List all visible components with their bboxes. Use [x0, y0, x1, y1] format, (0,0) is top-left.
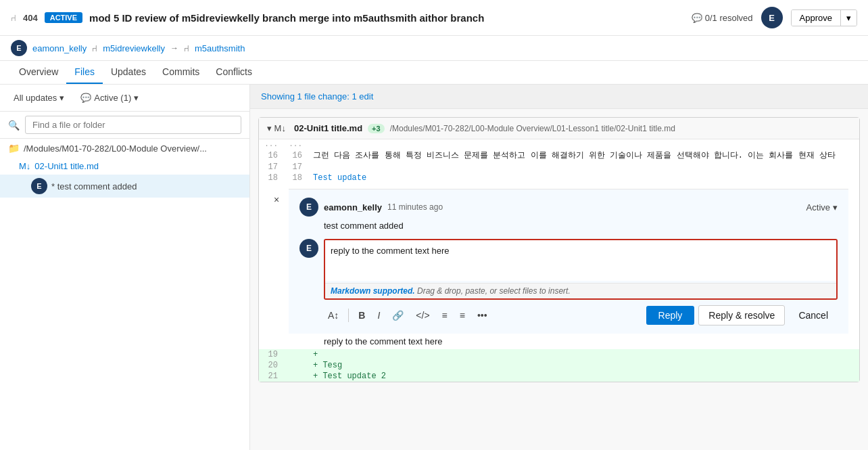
active-badge: ACTIVE [45, 12, 82, 23]
test-update-link[interactable]: Test update [313, 173, 366, 183]
active-filter[interactable]: 💬 Active (1) ▾ [75, 90, 144, 106]
file-block: ▾ M↓ 02-Unit1 title.md +3 /Modules/M01-7… [258, 117, 860, 382]
diff-table: ... ... 16 16 그런 다음 조사를 통해 특정 비즈니스 문제를 분… [259, 139, 859, 183]
file-item[interactable]: M↓ 02-Unit1 title.md [0, 158, 249, 175]
reply-box: reply to the comment text here Markdown … [324, 239, 838, 325]
target-branch-link[interactable]: m5authsmith [195, 43, 245, 53]
source-branch-link[interactable]: m5idreviewkelly [103, 43, 165, 53]
reply-resolve-button[interactable]: Reply & resolve [698, 305, 785, 325]
tab-overview[interactable]: Overview [11, 61, 66, 84]
markdown-link[interactable]: Markdown supported. [331, 286, 415, 296]
reply-preview: reply to the comment text here [324, 334, 848, 349]
diff-added-table: 19 + 20 + Tesg 21 + Test update 2 [259, 349, 859, 382]
code-button[interactable]: </> [412, 307, 433, 323]
folder-item[interactable]: 📁 /Modules/M01-70-282/L00-Module Overvie… [0, 139, 249, 158]
chevron-down-icon2: ▾ [134, 93, 139, 103]
commenter-avatar: E [299, 198, 318, 217]
tab-files[interactable]: Files [66, 61, 103, 84]
reply-container: E reply to the comment text here Markdow… [299, 239, 838, 325]
sidebar-tree: 📁 /Modules/M01-70-282/L00-Module Overvie… [0, 139, 249, 450]
list-button[interactable]: ≡ [456, 307, 469, 323]
tab-updates[interactable]: Updates [103, 61, 154, 84]
file-icon: M↓ [19, 161, 30, 171]
cancel-button[interactable]: Cancel [789, 306, 838, 325]
chat-icon: 💬 [692, 13, 702, 23]
content-area: Showing 1 file change: 1 edit ▾ M↓ 02-Un… [250, 85, 868, 450]
file-name: 02-Unit1 title.md [294, 123, 362, 133]
markdown-hint-text: Drag & drop, paste, or select files to i… [417, 286, 571, 296]
header-right: 💬 0/1 resolved E Approve ▾ [692, 7, 857, 28]
search-box: 🔍 [0, 112, 249, 139]
comment-close-btn[interactable]: × [270, 193, 283, 206]
diff-row-18: 18 18 Test update [259, 173, 859, 183]
pr-icon: ⑁ [11, 13, 16, 23]
comment-avatar: E [31, 178, 47, 194]
author-avatar: E [11, 40, 27, 56]
comment-thread-container: × E eamonn_kelly 11 minutes ago Active ▾ [259, 183, 859, 349]
approve-button-group[interactable]: Approve ▾ [791, 9, 857, 26]
reply-textarea[interactable]: reply to the comment text here [325, 240, 836, 281]
file-block-header: ▾ M↓ 02-Unit1 title.md +3 /Modules/M01-7… [259, 118, 859, 139]
chevron-down-icon: ▾ [59, 93, 64, 103]
folder-icon: 📁 [8, 143, 20, 154]
markdown-hint: Markdown supported. Drag & drop, paste, … [325, 283, 836, 298]
diff-added-row-19: 19 + [259, 349, 859, 360]
file-badge-plus: +3 [368, 124, 385, 133]
toolbar-sep1 [348, 309, 349, 322]
chat-icon2: 💬 [80, 93, 91, 103]
approve-button[interactable]: Approve [792, 10, 840, 26]
pr-title: mod 5 ID review of m5idreviewkelly branc… [89, 12, 685, 24]
diff-row-17: 17 17 [259, 162, 859, 173]
main-layout: All updates ▾ 💬 Active (1) ▾ 🔍 📁 /Module… [0, 85, 868, 450]
sidebar: All updates ▾ 💬 Active (1) ▾ 🔍 📁 /Module… [0, 85, 250, 450]
align-button[interactable]: ≡ [438, 307, 452, 323]
link-button[interactable]: 🔗 [388, 307, 408, 323]
bold-button[interactable]: B [354, 307, 369, 323]
diff-ellipsis-row: ... ... [259, 139, 859, 149]
author-name-link[interactable]: eamonn_kelly [32, 43, 87, 53]
comment-body: test comment added [324, 221, 838, 231]
format-button[interactable]: A↕ [324, 307, 343, 323]
resolved-badge: 💬 0/1 resolved [692, 13, 753, 23]
diff-added-row-21: 21 + Test update 2 [259, 371, 859, 382]
approver-avatar: E [761, 7, 783, 28]
file-header-bar: Showing 1 file change: 1 edit [250, 85, 868, 109]
sub-header: E eamonn_kelly ⑁ m5idreviewkelly → ⑁ m5a… [0, 36, 868, 61]
comment-status[interactable]: Active ▾ [806, 202, 838, 212]
branch-arrow: → [170, 43, 178, 53]
sidebar-toolbar: All updates ▾ 💬 Active (1) ▾ [0, 85, 249, 112]
reply-textarea-container: reply to the comment text here Markdown … [324, 239, 838, 300]
approve-caret-button[interactable]: ▾ [840, 10, 857, 26]
pr-number: 404 [23, 13, 38, 23]
all-updates-filter[interactable]: All updates ▾ [8, 90, 70, 106]
diff-added-row-20: 20 + Tesg [259, 360, 859, 371]
comment-thread: E eamonn_kelly 11 minutes ago Active ▾ t… [289, 189, 848, 349]
comment-header: E eamonn_kelly 11 minutes ago Active ▾ [299, 198, 838, 217]
file-path: /Modules/M01-70-282/L00-Module Overview/… [390, 124, 675, 133]
commenter-name: eamonn_kelly [324, 202, 382, 212]
search-icon: 🔍 [8, 120, 20, 131]
tab-conflicts[interactable]: Conflicts [208, 61, 260, 84]
comment-item[interactable]: E * test comment added [0, 175, 249, 198]
reply-avatar: E [299, 239, 318, 258]
branch-icon: ⑁ [92, 43, 97, 53]
top-header: ⑁ 404 ACTIVE mod 5 ID review of m5idrevi… [0, 0, 868, 36]
reply-toolbar: A↕ B I 🔗 </> ≡ ≡ ••• [324, 305, 838, 325]
tab-commits[interactable]: Commits [154, 61, 208, 84]
diff-row-16: 16 16 그런 다음 조사를 통해 특정 비즈니스 문제를 분석하고 이를 해… [259, 149, 859, 162]
nav-tabs: Overview Files Updates Commits Conflicts [0, 61, 868, 85]
comment-time: 11 minutes ago [387, 202, 443, 212]
reply-button[interactable]: Reply [646, 306, 695, 325]
comment-thread-inner: E eamonn_kelly 11 minutes ago Active ▾ t… [289, 189, 848, 334]
collapse-icon[interactable]: ▾ M↓ [267, 123, 286, 133]
italic-button[interactable]: I [373, 307, 384, 323]
search-input[interactable] [25, 116, 241, 134]
status-caret-icon: ▾ [833, 202, 838, 212]
more-button[interactable]: ••• [473, 307, 491, 323]
branch-icon2: ⑁ [184, 43, 189, 53]
